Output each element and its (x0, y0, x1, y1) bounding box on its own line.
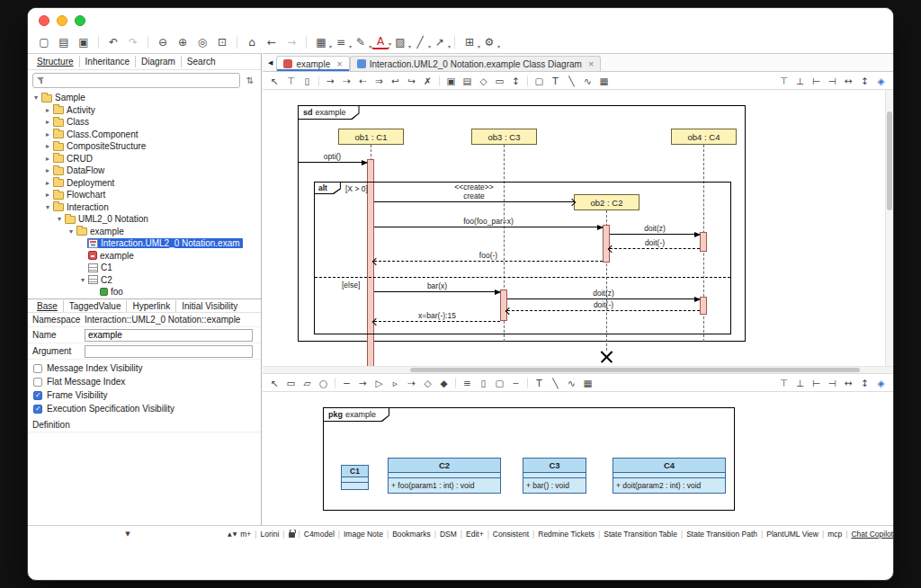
align-middle-tool[interactable]: ⊥ (792, 376, 808, 390)
class-tool[interactable]: ▭ (283, 376, 299, 390)
chevron-down-icon[interactable] (78, 276, 87, 284)
pen-icon[interactable]: ✎ (352, 34, 370, 50)
plugin-tab[interactable] (279, 530, 294, 539)
zoom-window-button[interactable] (75, 15, 85, 26)
align-top-tool[interactable]: ⊤ (776, 376, 791, 390)
checkbox[interactable] (33, 405, 42, 414)
message-opti[interactable]: opti() (298, 162, 367, 163)
redo-icon[interactable]: ↷ (124, 34, 142, 50)
auto-layout-tool[interactable]: ◈ (873, 376, 889, 390)
align-right-tool[interactable]: ⊣ (825, 376, 840, 390)
tree-item-c1[interactable]: C1 (28, 262, 261, 274)
state-invariant-tool[interactable]: ◇ (476, 74, 491, 88)
settings-icon[interactable]: ⚙ (480, 34, 498, 50)
chevron-right-icon[interactable] (43, 166, 52, 174)
tab-taggedvalue[interactable]: TaggedValue (63, 300, 127, 312)
class-box-c1[interactable]: C1 (341, 465, 369, 490)
checkbox[interactable] (33, 364, 42, 373)
text-tool[interactable]: T (548, 74, 563, 88)
tree-item-class-component[interactable]: Class.Component (28, 129, 261, 141)
tree-item-interaction-example[interactable]: example (28, 250, 261, 263)
distribute-h-tool[interactable]: ↔ (841, 74, 856, 88)
lifeline-ob4-c4[interactable]: ob4 : C4 (671, 129, 737, 145)
continuation-tool[interactable]: ▭ (492, 74, 507, 88)
interaction-use-tool[interactable]: ▤ (460, 74, 475, 88)
tree-item-interaction[interactable]: Interaction (28, 201, 261, 214)
new-file-icon[interactable]: ▢ (35, 34, 53, 50)
lifeline-ob3-c3[interactable]: ob3 : C3 (471, 129, 537, 145)
tab-structure[interactable]: Structure (31, 56, 79, 67)
alignment-icon[interactable]: ⊞ (460, 34, 478, 50)
curve-tool[interactable]: ∿ (580, 74, 595, 88)
activation-tool[interactable]: ▯ (300, 74, 315, 88)
chevron-down-icon[interactable] (55, 215, 64, 223)
message-foo[interactable]: foo(foo_par=x) (374, 227, 603, 227)
visibility-checkbox-row[interactable]: Flat Message Index (28, 375, 261, 388)
close-tab-icon[interactable]: × (336, 58, 342, 69)
stop-tool[interactable]: ✗ (420, 74, 435, 88)
toolbar-icon[interactable] (237, 36, 237, 49)
nav-forward-icon[interactable]: → (282, 34, 300, 50)
plugin-tab[interactable]: Chat Copilot (842, 530, 893, 539)
association-tool[interactable]: ─ (339, 376, 354, 390)
align-left-tool[interactable]: ⊢ (809, 74, 824, 88)
chevron-right-icon[interactable] (43, 130, 52, 138)
save-icon[interactable]: ▣ (75, 34, 93, 50)
tab-diagram[interactable]: Diagram (135, 56, 181, 67)
toolbar-icon[interactable] (98, 36, 99, 49)
tab-inheritance[interactable]: Inheritance (79, 56, 135, 67)
plugin-tab[interactable]: Lorini (251, 530, 279, 539)
horizontal-scrollbar[interactable] (263, 367, 893, 374)
distribute-v-tool[interactable]: ↕ (857, 376, 872, 390)
dock-down-icon[interactable]: ▼ (233, 530, 237, 537)
select-tool[interactable]: ↖ (267, 74, 282, 88)
fill-color-icon[interactable]: ▨ (391, 34, 409, 50)
duration-constraint-tool[interactable]: ↕ (508, 74, 523, 88)
tree-item-sample[interactable]: Sample (28, 92, 261, 104)
chevron-right-icon[interactable] (43, 179, 52, 187)
chevron-right-icon[interactable] (43, 118, 52, 126)
font-color-icon[interactable]: A (371, 35, 389, 49)
plugin-tab[interactable]: State Transition Table (595, 530, 677, 539)
return-message-tool[interactable]: ⇠ (355, 74, 371, 88)
definition-textarea[interactable] (28, 432, 261, 525)
tree-item-class[interactable]: Class (28, 116, 261, 129)
distribute-v-tool[interactable]: ↕ (857, 74, 872, 88)
line-tool[interactable]: ╲ (548, 376, 563, 390)
plugin-tab[interactable]: Consistent (484, 530, 529, 539)
sync-message-tool[interactable]: → (323, 74, 338, 88)
diagram-tool-icon[interactable] (318, 76, 319, 86)
chevron-down-icon[interactable] (67, 227, 76, 236)
grid-icon[interactable]: ▦ (312, 34, 330, 50)
plugin-tab[interactable]: C4model (295, 530, 335, 539)
line-width-icon[interactable]: ╱ (411, 34, 429, 50)
zoom-out-icon[interactable]: ⊖ (154, 34, 172, 50)
note-tool[interactable]: ▢ (492, 376, 507, 390)
dock-up-icon[interactable]: ▲ (228, 530, 232, 537)
tree-sort-icon[interactable]: ⇅ (244, 76, 256, 85)
plugin-tab[interactable]: Edit+ (457, 530, 484, 539)
generalization-tool[interactable]: ▷ (371, 376, 387, 390)
realization-tool[interactable]: ▹ (388, 376, 403, 390)
chevron-right-icon[interactable] (43, 155, 52, 163)
message-bar-return[interactable]: x=bar(-):15 (374, 321, 500, 322)
plugin-tab[interactable]: Bookmarks (383, 530, 431, 539)
text-tool[interactable]: T (532, 376, 547, 390)
auto-layout-tool[interactable]: ◈ (873, 74, 889, 88)
align-left-tool[interactable]: ⊢ (809, 376, 824, 390)
class-box-c3[interactable]: C3 + bar() : void (523, 458, 586, 494)
self-message-tool[interactable]: ↩ (388, 74, 403, 88)
diagram-tool-icon[interactable] (335, 378, 335, 388)
toolbar-icon[interactable] (306, 36, 307, 49)
diagram-tool-icon[interactable] (439, 76, 440, 86)
filter-icon[interactable] (37, 76, 45, 85)
panel-scroll-down-icon[interactable]: ▼ (125, 530, 130, 538)
tree-item-example-package[interactable]: example (28, 226, 261, 238)
directed-association-tool[interactable]: → (355, 376, 371, 390)
chevron-right-icon[interactable] (43, 106, 52, 114)
vertical-scrollbar[interactable] (885, 90, 893, 366)
message-doit-2-return[interactable]: doit(-) (507, 310, 700, 311)
lifeline-tool[interactable]: ⊤ (283, 74, 299, 88)
tree-item-activity[interactable]: Activity (28, 104, 261, 117)
tab-base[interactable]: Base (31, 300, 63, 312)
